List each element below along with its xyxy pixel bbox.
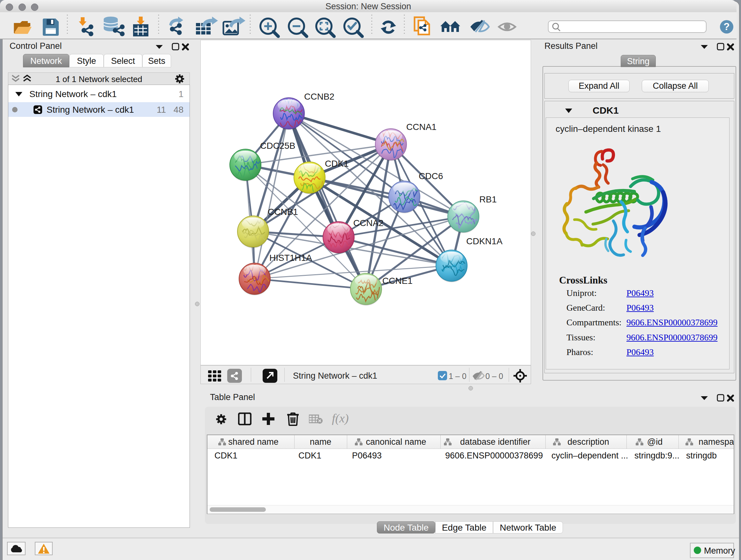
svg-text:RB1: RB1 <box>479 194 496 204</box>
svg-text:CCNA1: CCNA1 <box>406 122 436 132</box>
svg-text:CDC25B: CDC25B <box>260 141 295 151</box>
svg-text:CDC6: CDC6 <box>419 171 443 181</box>
svg-text:CCNE1: CCNE1 <box>382 276 413 286</box>
svg-text:CDK1: CDK1 <box>325 159 349 169</box>
svg-text:CCNA2: CCNA2 <box>353 218 384 228</box>
svg-text:HIST1H1A: HIST1H1A <box>269 253 312 263</box>
svg-text:CCNB1: CCNB1 <box>268 207 298 217</box>
svg-text:CCNB2: CCNB2 <box>304 91 334 102</box>
svg-text:CDKN1A: CDKN1A <box>466 236 502 246</box>
